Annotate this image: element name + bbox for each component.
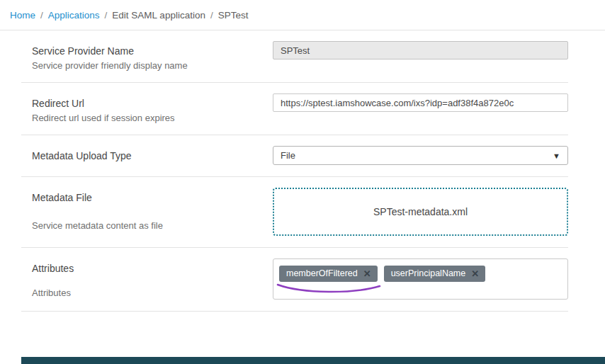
attributes-tags-box[interactable]: memberOfFiltered ✕ userPrincipalName ✕ — [273, 258, 568, 300]
metadata-file-row: Metadata File SPTest-metadata.xml Servic… — [21, 177, 568, 248]
breadcrumb-home-link[interactable]: Home — [10, 10, 35, 21]
attributes-help: Attributes — [21, 288, 251, 300]
service-provider-name-row: Service Provider Name Service provider f… — [21, 30, 568, 83]
metadata-upload-type-row: Metadata Upload Type File ▼ — [21, 135, 568, 177]
attribute-tag: memberOfFiltered ✕ — [279, 266, 378, 282]
metadata-upload-type-select[interactable]: File ▼ — [273, 146, 568, 165]
redirect-url-row: Redirect Url Redirect url used if sessio… — [21, 83, 568, 135]
purple-underline-annotation — [275, 283, 383, 295]
breadcrumb-separator: / — [105, 10, 108, 21]
metadata-file-name: SPTest-metadata.xml — [373, 206, 468, 217]
metadata-upload-type-selected-value: File — [281, 150, 295, 161]
service-provider-name-input[interactable] — [273, 41, 568, 59]
bottom-bar — [21, 357, 605, 364]
remove-tag-icon[interactable]: ✕ — [363, 269, 371, 278]
metadata-file-help: Service metadata content as file — [21, 220, 251, 237]
edit-saml-application-form: Service Provider Name Service provider f… — [21, 30, 568, 312]
metadata-file-label: Metadata File — [21, 188, 251, 209]
redirect-url-label: Redirect Url — [21, 93, 251, 109]
metadata-file-dropzone[interactable]: SPTest-metadata.xml — [273, 188, 568, 236]
service-provider-name-help: Service provider friendly display name — [21, 60, 251, 71]
breadcrumb-separator: / — [40, 10, 43, 21]
remove-tag-icon[interactable]: ✕ — [471, 269, 479, 278]
attributes-label: Attributes — [21, 258, 251, 276]
service-provider-name-label: Service Provider Name — [21, 41, 251, 57]
chevron-down-icon: ▼ — [553, 152, 560, 160]
attribute-tag-label: memberOfFiltered — [286, 268, 358, 278]
breadcrumb-sptest: SPTest — [218, 10, 249, 21]
redirect-url-input[interactable] — [273, 93, 568, 112]
breadcrumb: Home / Applications / Edit SAML applicat… — [0, 0, 605, 30]
attribute-tag: userPrincipalName ✕ — [384, 266, 486, 282]
redirect-url-help: Redirect url used if session expires — [21, 113, 251, 123]
metadata-upload-type-label: Metadata Upload Type — [21, 146, 251, 161]
breadcrumb-applications-link[interactable]: Applications — [48, 10, 100, 21]
breadcrumb-separator: / — [210, 10, 213, 21]
attributes-row: Attributes memberOfFiltered ✕ userPrinci… — [21, 248, 568, 312]
breadcrumb-edit-saml-application: Edit SAML application — [112, 10, 205, 21]
attribute-tag-label: userPrincipalName — [391, 268, 466, 278]
